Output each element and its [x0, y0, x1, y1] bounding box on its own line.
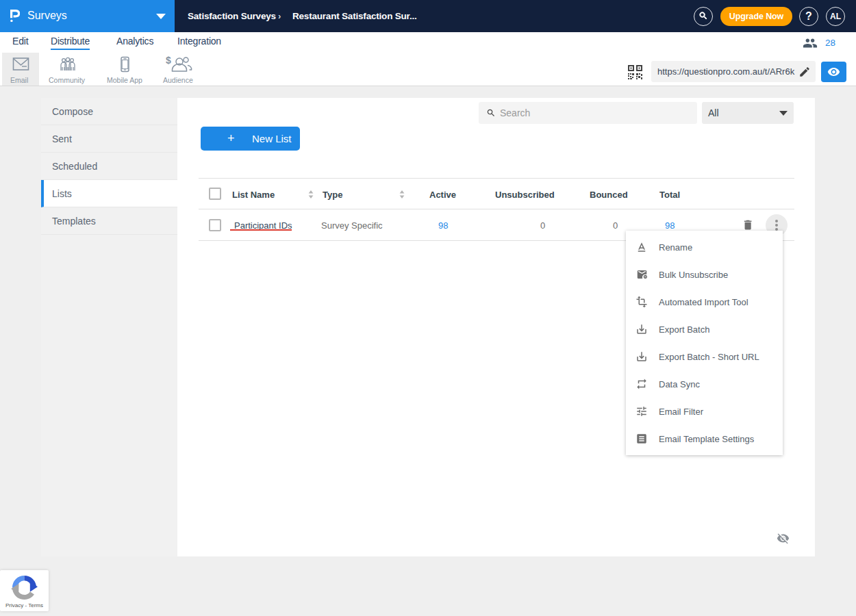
svg-text:$: $ — [166, 55, 171, 66]
